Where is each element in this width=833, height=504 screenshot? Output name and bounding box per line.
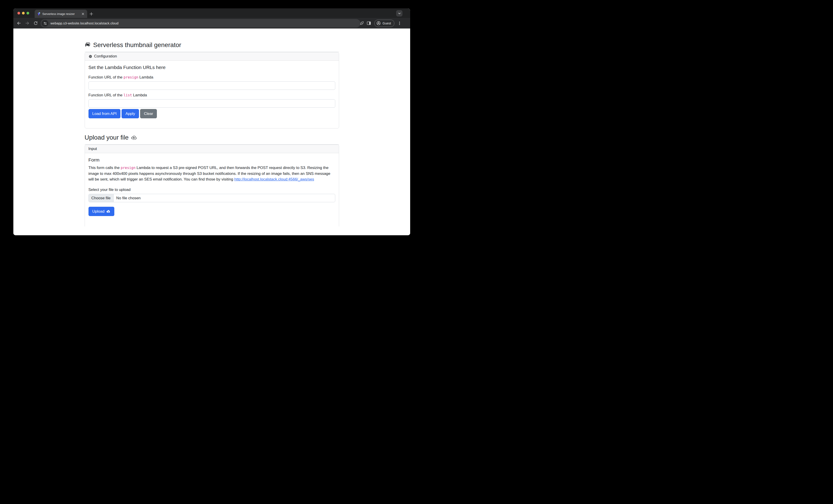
upload-button[interactable]: Upload xyxy=(89,207,115,216)
cloud-upload-icon xyxy=(131,134,137,141)
side-panel-button[interactable] xyxy=(366,21,371,26)
site-settings-chip[interactable] xyxy=(42,20,48,27)
back-arrow-icon xyxy=(17,21,21,25)
chevron-down-icon xyxy=(398,12,401,15)
forward-arrow-icon xyxy=(25,21,29,25)
guest-avatar-icon xyxy=(376,21,381,25)
file-input[interactable]: Choose file No file chosen xyxy=(89,194,335,202)
configuration-card-header: Configuration xyxy=(85,52,339,60)
browser-tab[interactable]: Serverless image resizer xyxy=(34,10,87,18)
presign-code-token: presign xyxy=(124,75,138,79)
browser-toolbar: webapp.s3-website.localhost.localstack.c… xyxy=(14,18,410,28)
file-chosen-status: No file chosen xyxy=(114,194,144,202)
kebab-menu-icon xyxy=(398,22,401,25)
tab-title: Serverless image resizer xyxy=(42,12,81,16)
list-url-label: Function URL of the list Lambda xyxy=(89,93,335,98)
browser-menu-button[interactable] xyxy=(397,21,402,26)
side-panel-icon xyxy=(367,21,371,25)
page-title-text: Serverless thumbnail generator xyxy=(93,42,181,49)
configuration-card: Configuration Set the Lambda Function UR… xyxy=(85,52,339,128)
input-card-title: Input xyxy=(89,147,97,151)
tab-close-icon[interactable] xyxy=(81,12,85,16)
input-card-header: Input xyxy=(85,145,339,153)
choose-file-button[interactable]: Choose file xyxy=(89,194,114,202)
ses-link[interactable]: http://localhost.localstack.cloud:4566/_… xyxy=(234,177,314,181)
input-card: Input Form This form calls the presign L… xyxy=(85,145,339,226)
tab-strip: Serverless image resizer xyxy=(14,8,410,18)
presign-url-input[interactable] xyxy=(89,81,335,90)
upload-section-heading: Upload your file xyxy=(85,134,339,141)
gear-icon xyxy=(89,54,92,58)
browser-window: Serverless image resizer xyxy=(14,8,410,235)
url-text: webapp.s3-website.localhost.localstack.c… xyxy=(50,22,119,25)
list-code-token: list xyxy=(124,93,132,97)
upload-heading-text: Upload your file xyxy=(85,134,129,141)
cloud-arrow-up-icon xyxy=(106,209,111,213)
clear-button[interactable]: Clear xyxy=(140,109,157,118)
form-heading: Form xyxy=(89,157,335,162)
back-button[interactable] xyxy=(16,21,21,26)
profile-button[interactable]: Guest xyxy=(374,20,394,27)
window-zoom-button[interactable] xyxy=(26,12,29,15)
web-page: Serverless thumbnail generator Configura… xyxy=(14,28,410,235)
list-url-input[interactable] xyxy=(89,99,335,108)
reload-icon xyxy=(33,21,38,25)
forward-button[interactable] xyxy=(25,21,30,26)
new-tab-button[interactable] xyxy=(89,11,94,17)
tune-icon xyxy=(44,22,47,25)
apply-button[interactable]: Apply xyxy=(122,109,139,118)
images-icon xyxy=(85,42,91,48)
presign-code-token: presign xyxy=(121,166,135,170)
file-select-label: Select your file to upload xyxy=(89,187,335,192)
configuration-card-title: Configuration xyxy=(94,54,117,58)
tab-overview-button[interactable] xyxy=(396,10,402,17)
window-minimize-button[interactable] xyxy=(22,12,25,15)
energy-saver-button[interactable] xyxy=(359,21,364,26)
reload-button[interactable] xyxy=(33,21,38,26)
profile-label: Guest xyxy=(383,22,391,25)
upload-button-label: Upload xyxy=(92,209,104,214)
favicon xyxy=(37,12,41,16)
leaf-bolt-icon xyxy=(360,21,364,25)
window-close-button[interactable] xyxy=(18,12,20,15)
page-title: Serverless thumbnail generator xyxy=(85,28,339,49)
presign-url-label: Function URL of the presign Lambda xyxy=(89,75,335,80)
url-bar[interactable]: webapp.s3-website.localhost.localstack.c… xyxy=(41,19,360,28)
form-description: This form calls the presign Lambda to re… xyxy=(89,165,335,182)
lambda-urls-heading: Set the Lambda Function URLs here xyxy=(89,65,335,70)
load-from-api-button[interactable]: Load from API xyxy=(89,109,121,118)
